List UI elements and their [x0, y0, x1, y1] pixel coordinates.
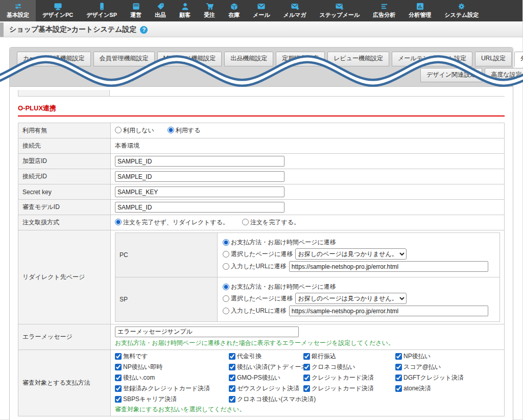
- nav-item-design-sp[interactable]: デザインSP: [80, 0, 124, 21]
- redirect-row-pc: PC お支払方法・お届け時間ページに遷移 選択したページに遷移 お探しのペー: [115, 233, 500, 277]
- error-message-input[interactable]: [115, 326, 299, 337]
- nav-item-label: 受注: [204, 11, 215, 19]
- tab-listing[interactable]: 出品機能設定: [224, 52, 273, 66]
- nav-item-orders[interactable]: 受注: [197, 0, 222, 21]
- nav-item-label: メルマガ: [283, 11, 306, 19]
- field-label: リダイレクト先ページ: [18, 230, 111, 324]
- pc-url-radio[interactable]: 入力したURLに遷移: [223, 262, 287, 271]
- order-redirect-radio[interactable]: 注文を完了せず、リダイレクトする。: [115, 218, 229, 227]
- nav-item-analytics[interactable]: 分析管理: [402, 0, 438, 21]
- sp-url-radio[interactable]: 入力したURLに遷移: [223, 307, 287, 315]
- payment-checkbox[interactable]: 登録済みクレジットカード決済: [115, 384, 227, 393]
- help-icon[interactable]: ?: [140, 26, 148, 34]
- nav-item-step-mail[interactable]: ステップメール: [313, 0, 367, 21]
- table-row-model-id: 審査モデルID: [18, 200, 505, 215]
- nav-item-basic-settings[interactable]: 基本設定: [0, 0, 36, 21]
- nav-item-operation[interactable]: 運営: [124, 0, 148, 21]
- pc-selected-page-radio[interactable]: 選択したページに遷移: [223, 250, 293, 259]
- sp-option-selected-page: 選択したページに遷移 お探しのページは見つかりません。: [223, 293, 494, 304]
- pc-payment-page-radio[interactable]: お支払方法・お届け時間ページに遷移: [223, 238, 336, 247]
- top-navigation: 基本設定 デザインPC デザインSP 運営 出品 顧客 受注 在庫: [0, 0, 522, 21]
- order-complete-radio[interactable]: 注文を完了する。: [242, 218, 300, 227]
- payment-checkbox[interactable]: NP後払い即時: [115, 363, 227, 371]
- tab-url[interactable]: URL設定: [475, 52, 512, 66]
- nav-item-customers[interactable]: 顧客: [173, 0, 197, 21]
- field-label: 審査対象とする支払方法: [18, 350, 111, 416]
- payment-checkbox[interactable]: DGFTクレジット決済: [395, 374, 500, 382]
- nav-item-label: システム設定: [444, 11, 479, 19]
- payment-method-note: 審査対象にするお支払いを選択してください。: [115, 405, 500, 414]
- sp-selected-page-radio[interactable]: 選択したページに遷移: [223, 294, 293, 303]
- pc-url-input[interactable]: [289, 261, 488, 272]
- payment-checkbox[interactable]: 後払い.com: [115, 374, 227, 382]
- table-row-order-handling: 注文取扱方式 注文を完了せず、リダイレクトする。 注文を完了する。: [18, 215, 505, 230]
- nav-item-newsletter[interactable]: メルマガ: [277, 0, 313, 21]
- storefront-icon: [132, 3, 140, 10]
- tab-subscription[interactable]: 定期購入設定: [276, 52, 325, 66]
- bars-icon: [380, 3, 389, 10]
- sp-option-payment-page: お支払方法・お届け時間ページに遷移: [223, 283, 494, 291]
- pc-page-select[interactable]: お探しのページは見つかりません。: [295, 248, 407, 260]
- sp-payment-page-radio[interactable]: お支払方法・お届け時間ページに遷移: [223, 283, 336, 291]
- tab-external-service[interactable]: 外部サービス連携: [514, 52, 523, 67]
- smartphone-icon: [98, 3, 106, 10]
- tab-member-management[interactable]: 会員管理機能設定: [93, 52, 155, 66]
- tab-mail-template[interactable]: メールテンプレート設定: [392, 52, 472, 66]
- sp-page-select[interactable]: お探しのページは見つかりません。: [295, 293, 407, 304]
- mail-icon: [257, 3, 266, 10]
- nav-item-inventory[interactable]: 在庫: [222, 0, 246, 21]
- app-window: 基本設定 デザインPC デザインSP 運営 出品 顧客 受注 在庫: [0, 0, 523, 420]
- device-label: PC: [115, 233, 218, 277]
- sp-option-url: 入力したURLに遷移: [223, 306, 494, 316]
- payment-checkbox[interactable]: スコア@払い: [395, 363, 500, 371]
- payment-checkbox[interactable]: クロネコ後払い(スマホ決済): [229, 395, 301, 404]
- tab-review[interactable]: レビュー機能設定: [327, 52, 389, 66]
- payment-checkbox[interactable]: ゼウスクレジット決済: [229, 384, 301, 393]
- usage-off-radio[interactable]: 利用しない: [115, 126, 154, 135]
- payment-checkbox[interactable]: 代金引換: [229, 352, 301, 361]
- model-id-input[interactable]: [115, 202, 284, 213]
- tab-design-related[interactable]: デザイン関連設定: [420, 68, 482, 82]
- tab-row-1: カート・決済機能設定 会員管理機能設定 MYページ機能設定 出品機能設定 定期購…: [17, 52, 506, 66]
- payment-checkbox[interactable]: クレジットカード決済: [303, 384, 393, 393]
- breadcrumb-left-accent: [0, 22, 4, 37]
- table-row-secret-key: Secret key: [18, 184, 505, 200]
- usage-on-radio[interactable]: 利用する: [168, 126, 201, 135]
- payment-checkbox[interactable]: atone決済: [395, 384, 500, 393]
- nav-item-system-settings[interactable]: システム設定: [438, 0, 485, 21]
- table-row-redirect-page: リダイレクト先ページ PC お支払方法・お届け時間ページに遷移: [18, 230, 505, 324]
- truncated-label-cell: [18, 90, 110, 96]
- payment-checkbox[interactable]: SBPSキャリア決済: [115, 395, 227, 404]
- payment-checkbox[interactable]: 無料です: [115, 352, 227, 361]
- truncated-row-fragment: [18, 90, 505, 97]
- payment-checkbox[interactable]: 後払い決済(アトディーネ): [229, 363, 301, 371]
- secret-key-input[interactable]: [115, 186, 284, 197]
- payment-checkbox[interactable]: クレジットカード決済: [303, 374, 393, 382]
- merchant-id-input[interactable]: [115, 156, 284, 167]
- nav-item-design-pc[interactable]: デザインPC: [36, 0, 80, 21]
- pc-option-url: 入力したURLに遷移: [223, 261, 494, 272]
- nav-item-ad-analysis[interactable]: 広告分析: [366, 0, 402, 21]
- nav-item-label: ステップメール: [320, 11, 360, 19]
- nav-item-label: デザインPC: [42, 11, 73, 19]
- pc-option-payment-page: お支払方法・お届け時間ページに遷移: [223, 238, 494, 247]
- tab-cart-payment[interactable]: カート・決済機能設定: [17, 52, 91, 66]
- nav-item-listing[interactable]: 出品: [148, 0, 173, 21]
- field-label: 接続先: [18, 138, 111, 154]
- mail-badge-icon: [291, 3, 299, 10]
- nav-item-mail[interactable]: メール: [246, 0, 277, 21]
- nav-item-label: 広告分析: [373, 11, 395, 19]
- sp-url-input[interactable]: [289, 306, 488, 316]
- payment-checkbox[interactable]: NP後払い: [395, 352, 500, 361]
- payment-checkbox[interactable]: クロネコ後払い: [303, 363, 393, 371]
- tab-advanced[interactable]: 高度な設定: [485, 68, 523, 82]
- tab-my-page[interactable]: MYページ機能設定: [157, 52, 222, 66]
- device-label: SP: [115, 277, 218, 322]
- breadcrumb-bar: ショップ基本設定>カートシステム設定 ?: [0, 21, 522, 37]
- nav-item-label: デザインSP: [86, 11, 117, 19]
- source-id-input[interactable]: [115, 171, 284, 182]
- redirect-row-sp: SP お支払方法・お届け時間ページに遷移 選択したページに遷移 お探しのペー: [115, 277, 500, 322]
- payment-checkbox[interactable]: 銀行振込: [303, 352, 393, 361]
- section-rule: [18, 115, 505, 116]
- payment-checkbox[interactable]: GMO-PS後払い: [229, 374, 301, 382]
